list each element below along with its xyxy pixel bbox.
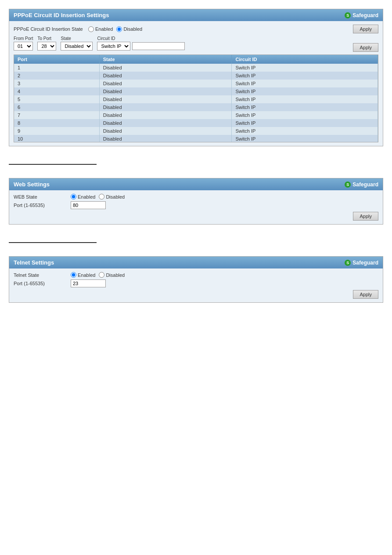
table-row: 9DisabledSwitch IP [14, 127, 378, 135]
telnet-state-enabled-label[interactable]: Enabled [71, 272, 95, 278]
telnet-safeguard-icon: S [345, 260, 351, 266]
table-cell-port: 7 [14, 111, 99, 119]
insertion-state-label: PPPoE Circuit ID Insertion State [14, 26, 84, 32]
table-row: 1DisabledSwitch IP [14, 64, 378, 72]
table-cell-port: 5 [14, 95, 99, 103]
table-cell-circuit_id: Switch IP [232, 95, 378, 103]
table-cell-circuit_id: Switch IP [232, 103, 378, 111]
table-cell-circuit_id: Switch IP [232, 87, 378, 95]
table-cell-state: Disabled [99, 111, 232, 119]
insertion-state-radio-group: Enabled Disabled [88, 26, 142, 32]
telnet-state-enabled-radio[interactable] [71, 272, 76, 278]
web-panel-title: Web Settings [14, 181, 50, 188]
table-cell-circuit_id: Switch IP [232, 135, 378, 142]
table-cell-state: Disabled [99, 127, 232, 135]
from-port-label: From Port [14, 36, 33, 41]
table-cell-state: Disabled [99, 95, 232, 103]
telnet-panel-body: Telnet State Enabled Disabled Port (1-65… [9, 268, 383, 302]
insertion-state-enabled-label[interactable]: Enabled [88, 26, 113, 32]
table-row: 4DisabledSwitch IP [14, 87, 378, 95]
port-apply-button[interactable]: Apply [353, 43, 378, 52]
table-cell-circuit_id: Switch IP [232, 72, 378, 80]
insertion-state-row: PPPoE Circuit ID Insertion State Enabled… [14, 25, 378, 33]
table-cell-port: 6 [14, 103, 99, 111]
table-cell-state: Disabled [99, 64, 232, 72]
pppoe-panel-title: PPPoE Circuit ID Insertion Settings [14, 12, 109, 18]
table-cell-circuit_id: Switch IP [232, 64, 378, 72]
table-cell-state: Disabled [99, 87, 232, 95]
port-settings-row: From Port 01 02 03 04 05 To Port 28 01 0… [14, 36, 378, 52]
to-port-field: To Port 28 01 02 [37, 36, 56, 51]
table-cell-port: 10 [14, 135, 99, 142]
telnet-apply-button[interactable]: Apply [353, 290, 378, 299]
web-state-enabled-radio[interactable] [71, 194, 76, 200]
pppoe-safeguard-label: Safeguard [352, 12, 378, 18]
web-apply-row: Apply [14, 212, 378, 221]
telnet-port-input[interactable] [71, 279, 106, 287]
web-safeguard-icon: S [345, 181, 351, 188]
telnet-apply-row: Apply [14, 290, 378, 299]
col-port: Port [14, 55, 99, 64]
port-apply-field: Apply [353, 43, 378, 52]
table-cell-port: 9 [14, 127, 99, 135]
web-state-label: WEB State [14, 194, 66, 200]
pppoe-panel: PPPoE Circuit ID Insertion Settings S Sa… [9, 9, 383, 146]
web-state-disabled-radio[interactable] [99, 194, 104, 200]
web-panel-header: Web Settings S Safeguard [9, 178, 383, 190]
table-cell-state: Disabled [99, 80, 232, 87]
table-cell-state: Disabled [99, 103, 232, 111]
web-state-row: WEB State Enabled Disabled [14, 194, 378, 200]
separator-2 [9, 242, 97, 243]
insertion-state-disabled-radio[interactable] [116, 26, 122, 32]
table-cell-port: 4 [14, 87, 99, 95]
table-row: 6DisabledSwitch IP [14, 103, 378, 111]
telnet-state-disabled-radio[interactable] [99, 272, 104, 278]
circuit-id-label: Circuit ID [97, 36, 185, 41]
insertion-state-enabled-radio[interactable] [88, 26, 94, 32]
table-cell-port: 8 [14, 119, 99, 127]
web-port-input[interactable] [71, 201, 106, 209]
web-apply-button[interactable]: Apply [353, 212, 378, 221]
web-port-label: Port (1-65535) [14, 203, 66, 208]
pppoe-state-apply-button[interactable]: Apply [353, 25, 378, 33]
telnet-state-disabled-label[interactable]: Disabled [99, 272, 125, 278]
telnet-panel: Telnet Settings S Safeguard Telnet State… [9, 256, 383, 303]
web-port-row: Port (1-65535) [14, 201, 378, 209]
col-circuit-id: Circuit ID [232, 55, 378, 64]
pppoe-table: Port State Circuit ID 1DisabledSwitch IP… [14, 55, 378, 142]
telnet-state-row: Telnet State Enabled Disabled [14, 272, 378, 278]
telnet-port-label: Port (1-65535) [14, 281, 66, 286]
separator-1 [9, 164, 97, 165]
table-cell-circuit_id: Switch IP [232, 80, 378, 87]
pppoe-panel-header: PPPoE Circuit ID Insertion Settings S Sa… [9, 9, 383, 21]
table-cell-port: 1 [14, 64, 99, 72]
table-row: 5DisabledSwitch IP [14, 95, 378, 103]
web-safeguard: S Safeguard [345, 181, 378, 188]
pppoe-table-head: Port State Circuit ID [14, 55, 378, 64]
web-state-disabled-label[interactable]: Disabled [99, 194, 125, 200]
telnet-port-row: Port (1-65535) [14, 279, 378, 287]
pppoe-table-container: Port State Circuit ID 1DisabledSwitch IP… [14, 54, 378, 142]
from-port-select[interactable]: 01 02 03 04 05 [14, 42, 33, 51]
pppoe-table-body: 1DisabledSwitch IP2DisabledSwitch IP3Dis… [14, 64, 378, 142]
pppoe-safeguard: S Safeguard [345, 12, 378, 18]
circuit-id-input[interactable] [132, 42, 185, 50]
circuit-id-type-select[interactable]: Switch IP Custom [97, 42, 130, 51]
to-port-select[interactable]: 28 01 02 [37, 42, 56, 51]
to-port-label: To Port [37, 36, 56, 41]
insertion-state-disabled-label[interactable]: Disabled [116, 26, 142, 32]
table-cell-port: 2 [14, 72, 99, 80]
telnet-state-label: Telnet State [14, 272, 66, 278]
telnet-safeguard: S Safeguard [345, 260, 378, 266]
table-cell-circuit_id: Switch IP [232, 127, 378, 135]
telnet-state-radio-group: Enabled Disabled [71, 272, 125, 278]
circuit-id-field: Circuit ID Switch IP Custom [97, 36, 185, 51]
web-panel: Web Settings S Safeguard WEB State Enabl… [9, 178, 383, 225]
state-select[interactable]: Disabled Enabled [61, 42, 93, 51]
table-row: 3DisabledSwitch IP [14, 80, 378, 87]
telnet-safeguard-label: Safeguard [352, 260, 378, 266]
web-state-radio-group: Enabled Disabled [71, 194, 125, 200]
table-cell-circuit_id: Switch IP [232, 111, 378, 119]
web-state-enabled-label[interactable]: Enabled [71, 194, 95, 200]
web-panel-body: WEB State Enabled Disabled Port (1-65535… [9, 190, 383, 224]
